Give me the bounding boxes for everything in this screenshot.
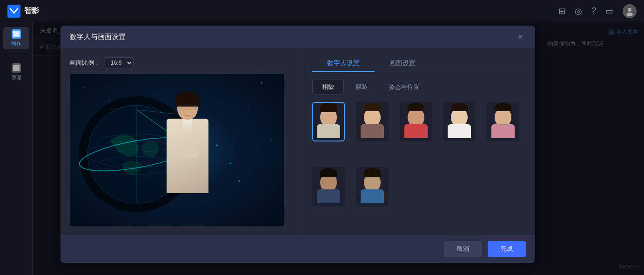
preview-background — [70, 74, 284, 226]
svg-point-25 — [230, 162, 231, 164]
topbar: 智影 ⊞ ◎ ? ▭ — [0, 0, 644, 22]
avatar-card-6[interactable] — [312, 167, 345, 207]
confirm-button[interactable]: 完成 — [488, 241, 526, 257]
svg-point-7 — [261, 82, 262, 84]
avatar-card-4[interactable] — [443, 102, 476, 141]
svg-rect-3 — [13, 31, 20, 37]
svg-point-2 — [626, 13, 633, 16]
sidebar: 制作 管理 — [0, 22, 33, 275]
logo-icon — [7, 5, 20, 18]
sidebar-divider — [7, 55, 26, 55]
svg-point-5 — [83, 87, 84, 88]
aspect-ratio-row: 画面比例： 16:9 9:16 1:1 — [70, 57, 293, 68]
avatar-card-1[interactable] — [312, 102, 345, 141]
topbar-actions: ⊞ ◎ ? ▭ — [558, 4, 637, 18]
user-avatar[interactable] — [623, 4, 637, 18]
svg-point-26 — [238, 180, 240, 182]
sub-tab-row: 相貌 服装 姿态与位置 — [312, 80, 526, 94]
main-tab-row: 数字人设置 画面设置 — [312, 55, 526, 72]
svg-rect-4 — [13, 65, 20, 71]
svg-point-8 — [248, 109, 248, 110]
svg-rect-0 — [7, 5, 20, 18]
dialog-digital-human: 数字人与画面设置 × 画面比例： 16:9 9:16 1:1 — [60, 26, 535, 263]
avatar-card-5[interactable] — [487, 102, 519, 141]
create-icon — [12, 29, 21, 39]
avatar-figure — [150, 95, 225, 226]
dialog-settings-panel: 数字人设置 画面设置 相貌 服装 姿态与位置 — [302, 48, 535, 235]
cancel-button[interactable]: 取消 — [444, 241, 482, 257]
sidebar-item-create[interactable]: 制作 — [3, 27, 29, 49]
avatar-grid — [312, 102, 526, 228]
dialog-body: 画面比例： 16:9 9:16 1:1 — [60, 48, 535, 235]
dialog-close-button[interactable]: × — [515, 31, 526, 42]
svg-point-9 — [270, 141, 271, 141]
tab-scene[interactable]: 画面设置 — [375, 55, 430, 72]
sub-tab-pose[interactable]: 姿态与位置 — [379, 80, 429, 94]
dialog-footer: 取消 完成 — [60, 235, 535, 263]
dialog-title: 数字人与画面设置 — [70, 33, 126, 41]
svg-point-1 — [628, 8, 631, 12]
manage-icon — [12, 63, 21, 73]
dialog-header: 数字人与画面设置 × — [60, 26, 535, 48]
aspect-ratio-select[interactable]: 16:9 9:16 1:1 — [105, 57, 134, 68]
monitor-icon[interactable]: ▭ — [605, 6, 613, 16]
sub-tab-appearance[interactable]: 相貌 — [312, 80, 344, 94]
avatar-card-2[interactable] — [356, 102, 389, 141]
aspect-ratio-label-preview: 画面比例： — [70, 59, 100, 67]
avatar-card-3[interactable] — [400, 102, 432, 141]
headset-icon[interactable]: ◎ — [575, 6, 582, 16]
logo: 智影 — [7, 5, 39, 18]
sidebar-item-create-label: 制作 — [11, 40, 21, 47]
avatar-card-7[interactable] — [356, 167, 389, 207]
app-name: 智影 — [24, 6, 39, 16]
sidebar-item-manage[interactable]: 管理 — [3, 61, 29, 83]
video-preview — [70, 74, 284, 226]
avatar-face-1 — [313, 103, 344, 141]
sidebar-item-manage-label: 管理 — [11, 74, 21, 81]
help-icon[interactable]: ? — [591, 6, 596, 16]
tab-digital-human[interactable]: 数字人设置 — [312, 55, 375, 72]
svg-point-6 — [109, 101, 110, 101]
save-icon[interactable]: ⊞ — [558, 6, 565, 16]
sub-tab-clothing[interactable]: 服装 — [346, 80, 377, 94]
dialog-preview-panel: 画面比例： 16:9 9:16 1:1 — [60, 48, 302, 235]
